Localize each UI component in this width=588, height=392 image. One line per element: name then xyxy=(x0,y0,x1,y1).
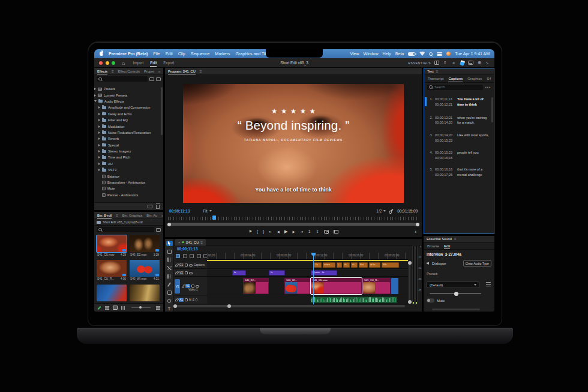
snap-icon[interactable] xyxy=(176,254,180,258)
rectangle-tool[interactable] xyxy=(166,290,173,295)
captions-icon[interactable] xyxy=(468,61,473,65)
slider-knob[interactable] xyxy=(454,292,458,296)
clip-card[interactable]: S41_CU.mov4:29 xyxy=(97,235,127,257)
clip-thumbnail[interactable] xyxy=(130,285,160,301)
tree-item[interactable]: Panner - Ambisonics xyxy=(94,192,160,198)
hand-tool[interactable] xyxy=(166,298,173,304)
tree-item[interactable]: Special xyxy=(94,142,160,148)
mark-in-button[interactable] xyxy=(257,230,258,234)
tab-bin-graphics[interactable]: Bin: Graphics xyxy=(122,214,143,217)
loudness-slider[interactable] xyxy=(430,293,481,294)
go-to-out-button[interactable] xyxy=(300,230,303,234)
captions-search-input[interactable]: Search xyxy=(427,85,483,90)
new-preset-icon[interactable] xyxy=(156,77,161,81)
step-forward-button[interactable] xyxy=(293,230,295,234)
timeline-wrench-icon[interactable] xyxy=(197,254,201,258)
tree-item[interactable]: Presets xyxy=(94,86,160,92)
clip-thumbnail[interactable] xyxy=(97,235,127,252)
program-playhead[interactable] xyxy=(212,216,216,220)
caption-row[interactable]: 4. 00;00;15;2300;00;16;16 people tell yo… xyxy=(424,150,491,161)
align-icon[interactable] xyxy=(451,61,456,65)
control-center-icon[interactable] xyxy=(437,52,442,56)
tree-item[interactable]: Audio Effects xyxy=(94,98,160,104)
c1-badge[interactable]: C1 xyxy=(179,263,184,267)
apple-menu-icon[interactable] xyxy=(100,52,103,56)
menu-markers[interactable]: Markers xyxy=(215,52,230,56)
v2-track-header[interactable]: V2 xyxy=(174,270,207,277)
video-clip[interactable]: S40_Wi... xyxy=(284,278,310,294)
quick-find-icon[interactable] xyxy=(477,61,482,65)
effects-scrollbar[interactable] xyxy=(161,87,163,135)
tab-export[interactable]: Export xyxy=(163,61,174,65)
audio-clip[interactable] xyxy=(311,297,397,303)
caption-track-lane[interactable]: Yo... when... L... th... th... But... At… xyxy=(207,262,408,269)
caption-track-header[interactable]: C1 Captions xyxy=(174,262,207,269)
clip-thumbnail[interactable] xyxy=(130,260,160,277)
home-icon[interactable]: ⌂ xyxy=(122,61,125,65)
menu-file[interactable]: File xyxy=(153,52,160,56)
panel-menu-icon[interactable]: ≡ xyxy=(112,70,114,73)
work-area-bar[interactable] xyxy=(207,260,408,261)
v1-track-header[interactable]: V1 V1 Video 1 xyxy=(174,277,207,295)
sync-lock-icon[interactable] xyxy=(191,285,194,288)
tree-item[interactable]: VST3 xyxy=(94,167,160,173)
panel-menu-icon[interactable]: ≡ xyxy=(200,241,203,244)
razor-tool[interactable] xyxy=(166,265,173,271)
add-marker-button[interactable] xyxy=(248,230,252,234)
tab-graphics[interactable]: Graphics xyxy=(467,77,482,80)
video-clip[interactable] xyxy=(391,278,398,294)
tab-transcript[interactable]: Transcript xyxy=(428,77,443,80)
ripple-edit-tool[interactable] xyxy=(166,257,173,262)
sort-icon[interactable] xyxy=(156,306,160,310)
export-frame-button[interactable] xyxy=(324,230,329,234)
solo-track-button[interactable]: S xyxy=(193,298,194,301)
v2-track-lane[interactable]: fx fx Quotefx xyxy=(207,270,408,277)
preset-save-icon[interactable] xyxy=(486,282,491,287)
clip-thumbnail[interactable] xyxy=(97,285,127,301)
play-button[interactable] xyxy=(284,229,288,234)
workspace-label[interactable]: ESSENTIALS xyxy=(408,61,431,65)
delete-icon[interactable] xyxy=(156,205,160,209)
type-tool[interactable]: T xyxy=(166,306,173,312)
tab-browse[interactable]: Browse xyxy=(427,244,439,248)
video-clip[interactable]: S41_CU_R... xyxy=(362,278,391,294)
tree-item[interactable]: Modulation xyxy=(94,123,160,129)
track-select-tool[interactable] xyxy=(166,249,173,255)
tab-s4[interactable]: S4 xyxy=(487,77,491,80)
zoom-window-button[interactable] xyxy=(112,61,115,65)
video-clip[interactable]: S40_E2... xyxy=(243,278,269,294)
a1-badge[interactable]: A1 xyxy=(179,298,184,302)
track-visibility-icon[interactable] xyxy=(196,285,199,288)
tab-properties[interactable]: Properties xyxy=(144,70,154,73)
timeline-timecode[interactable]: 00;00;11;13 xyxy=(177,247,197,251)
filter-icon[interactable] xyxy=(156,228,161,232)
edit-pen-icon[interactable] xyxy=(97,306,101,309)
program-zoom-bar[interactable] xyxy=(168,223,419,226)
clip-card[interactable]: S40_E2.mov3:28 xyxy=(130,235,160,257)
caption-clip[interactable]: L... xyxy=(337,262,342,268)
caption-row[interactable]: 2. 00;00;12;2100;00;14;20 when you're tr… xyxy=(424,115,491,126)
tree-item[interactable]: Balance xyxy=(94,173,160,179)
clip-thumbnail[interactable] xyxy=(97,260,127,277)
a1-track-lane[interactable] xyxy=(207,296,408,304)
playback-resolution-dropdown[interactable]: 1/2 xyxy=(376,209,386,213)
program-video-viewport[interactable]: ★★★★★ “ Beyond inspiring. ” TATIANA NAPO… xyxy=(183,84,404,203)
list-view-icon[interactable] xyxy=(105,306,109,310)
clip-thumbnail[interactable] xyxy=(130,235,160,252)
tab-effects[interactable]: Effects xyxy=(97,70,107,73)
menu-sequence[interactable]: Sequence xyxy=(191,52,210,56)
settings-wrench-icon[interactable] xyxy=(390,209,394,213)
timeline-vertical-scrollbar[interactable] xyxy=(409,263,410,302)
button-editor-plus[interactable]: + xyxy=(414,229,417,235)
menu-clip[interactable]: Clip xyxy=(178,52,185,56)
menu-clock[interactable]: Tue Apr 1 9:41 AM xyxy=(455,52,490,56)
panel-menu-icon[interactable]: ≡ xyxy=(454,237,457,241)
new-custom-bin-icon[interactable] xyxy=(148,205,152,208)
graphic-clip[interactable]: fx xyxy=(232,270,246,276)
essential-sound-scrollbar[interactable] xyxy=(432,309,480,310)
caption-clip[interactable]: But... xyxy=(359,262,368,268)
v1-track-lane[interactable]: S40_E2... S40_Wi... S41_CU.mov S41_CU_R.… xyxy=(207,277,408,295)
tree-item[interactable]: Time and Pitch xyxy=(94,154,160,160)
tree-item[interactable]: Lumetri Presets xyxy=(94,92,160,98)
track-visibility-icon[interactable] xyxy=(189,264,193,267)
